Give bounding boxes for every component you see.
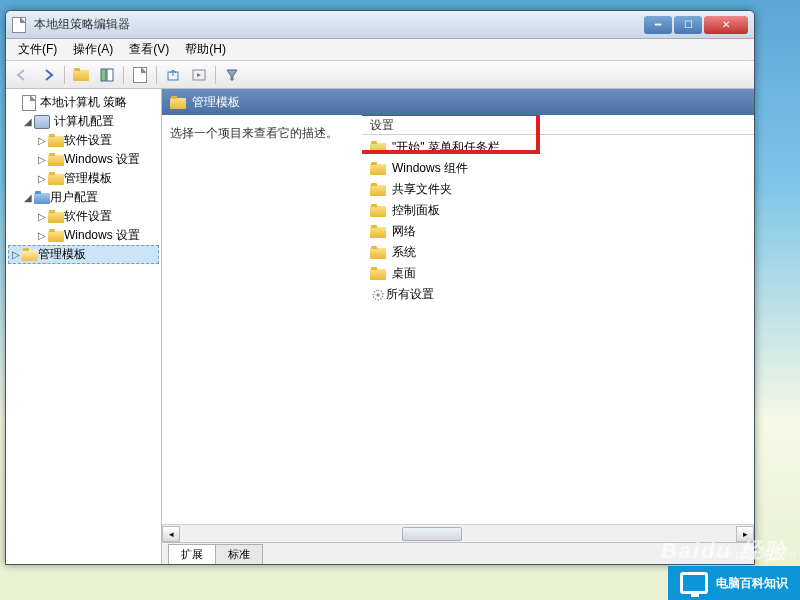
- folder-icon: [48, 210, 64, 223]
- folder-icon: [370, 183, 386, 196]
- folder-icon: [370, 141, 386, 154]
- arrow-left-icon: [15, 68, 29, 82]
- item-label: 系统: [392, 244, 416, 261]
- menu-help[interactable]: 帮助(H): [177, 39, 234, 60]
- item-label: 桌面: [392, 265, 416, 282]
- tree-pane[interactable]: 本地计算机 策略 ◢ 计算机配置 ▷ 软件设置 ▷ Windows 设置 ▷ 管…: [6, 89, 162, 564]
- gpedit-window: 本地组策略编辑器 ━ ☐ ✕ 文件(F) 操作(A) 查看(V) 帮助(H): [5, 10, 755, 565]
- item-label: 网络: [392, 223, 416, 240]
- tree-label: 管理模板: [38, 246, 86, 263]
- description-column: 选择一个项目来查看它的描述。: [162, 115, 362, 524]
- description-prompt: 选择一个项目来查看它的描述。: [170, 125, 354, 142]
- folder-icon: [48, 172, 64, 185]
- minimize-button[interactable]: ━: [644, 16, 672, 34]
- window-title: 本地组策略编辑器: [34, 16, 644, 33]
- separator: [215, 66, 216, 84]
- forward-button[interactable]: [36, 64, 60, 86]
- properties-icon: [133, 67, 147, 83]
- tree-icon: [100, 68, 114, 82]
- close-button[interactable]: ✕: [704, 16, 748, 34]
- expand-icon[interactable]: ▷: [36, 230, 48, 241]
- back-button[interactable]: [10, 64, 34, 86]
- scroll-thumb[interactable]: [402, 527, 462, 541]
- titlebar[interactable]: 本地组策略编辑器 ━ ☐ ✕: [6, 11, 754, 39]
- tree-computer-config[interactable]: ◢ 计算机配置: [8, 112, 159, 131]
- content-header: 管理模板: [162, 89, 754, 115]
- filter-button[interactable]: [220, 64, 244, 86]
- user-icon: [34, 191, 50, 204]
- tab-standard[interactable]: 标准: [215, 544, 263, 564]
- tab-extended[interactable]: 扩展: [168, 544, 216, 564]
- tree-admin-templates-user[interactable]: ▷ 管理模板: [8, 245, 159, 264]
- folder-open-icon: [22, 248, 38, 261]
- tree-software-settings[interactable]: ▷ 软件设置: [8, 131, 159, 150]
- menu-view[interactable]: 查看(V): [121, 39, 177, 60]
- list-item-network[interactable]: 网络: [362, 221, 754, 242]
- folder-icon: [370, 162, 386, 175]
- content-pane: 管理模板 选择一个项目来查看它的描述。 设置 "开始" 菜单和任务栏: [162, 89, 754, 564]
- tree-windows-settings-user[interactable]: ▷ Windows 设置: [8, 226, 159, 245]
- menubar: 文件(F) 操作(A) 查看(V) 帮助(H): [6, 39, 754, 61]
- content-body: 选择一个项目来查看它的描述。 设置 "开始" 菜单和任务栏 Windo: [162, 115, 754, 524]
- tree-label: 本地计算机 策略: [40, 94, 127, 111]
- tree-windows-settings[interactable]: ▷ Windows 设置: [8, 150, 159, 169]
- play-icon: [192, 68, 206, 82]
- expand-icon[interactable]: ▷: [36, 211, 48, 222]
- list-item-control-panel[interactable]: 控制面板: [362, 200, 754, 221]
- tree-label: 软件设置: [64, 132, 112, 149]
- column-header-settings[interactable]: 设置: [362, 115, 754, 135]
- separator: [156, 66, 157, 84]
- arrow-right-icon: [41, 68, 55, 82]
- show-hide-tree-button[interactable]: [95, 64, 119, 86]
- list-item-system[interactable]: 系统: [362, 242, 754, 263]
- collapse-icon[interactable]: ◢: [22, 116, 34, 127]
- folder-icon: [48, 134, 64, 147]
- site-url: www.pc-daily.com: [709, 548, 796, 560]
- scroll-track[interactable]: [180, 526, 736, 542]
- export-button[interactable]: [161, 64, 185, 86]
- folder-icon: [370, 225, 386, 238]
- folder-up-icon: [73, 68, 89, 81]
- scroll-left-button[interactable]: ◂: [162, 526, 180, 542]
- tree-label: Windows 设置: [64, 227, 140, 244]
- item-label: 控制面板: [392, 202, 440, 219]
- window-controls: ━ ☐ ✕: [644, 16, 748, 34]
- properties-button[interactable]: [128, 64, 152, 86]
- svg-rect-1: [107, 69, 113, 81]
- menu-file[interactable]: 文件(F): [10, 39, 65, 60]
- funnel-icon: [225, 68, 239, 82]
- collapse-icon[interactable]: ◢: [22, 192, 34, 203]
- tree-root[interactable]: 本地计算机 策略: [8, 93, 159, 112]
- item-label: "开始" 菜单和任务栏: [392, 139, 500, 156]
- expand-icon[interactable]: ▷: [36, 135, 48, 146]
- expand-icon[interactable]: ▷: [10, 249, 22, 260]
- tree-label: Windows 设置: [64, 151, 140, 168]
- svg-rect-0: [101, 69, 106, 81]
- menu-action[interactable]: 操作(A): [65, 39, 121, 60]
- list-item-all-settings[interactable]: 所有设置: [362, 284, 754, 305]
- computer-icon: [34, 115, 50, 129]
- expand-icon[interactable]: ▷: [36, 154, 48, 165]
- item-label: 共享文件夹: [392, 181, 452, 198]
- settings-list-column: 设置 "开始" 菜单和任务栏 Windows 组件: [362, 115, 754, 524]
- tree-label: 软件设置: [64, 208, 112, 225]
- policy-icon: [22, 95, 36, 111]
- list-item-windows-components[interactable]: Windows 组件: [362, 158, 754, 179]
- separator: [123, 66, 124, 84]
- tree-label: 管理模板: [64, 170, 112, 187]
- list-item-desktop[interactable]: 桌面: [362, 263, 754, 284]
- expand-icon[interactable]: ▷: [36, 173, 48, 184]
- folder-icon: [370, 246, 386, 259]
- body-area: 本地计算机 策略 ◢ 计算机配置 ▷ 软件设置 ▷ Windows 设置 ▷ 管…: [6, 89, 754, 564]
- tree-software-settings-user[interactable]: ▷ 软件设置: [8, 207, 159, 226]
- help-button[interactable]: [187, 64, 211, 86]
- tree-admin-templates-computer[interactable]: ▷ 管理模板: [8, 169, 159, 188]
- list-item-shared-folders[interactable]: 共享文件夹: [362, 179, 754, 200]
- tree-user-config[interactable]: ◢ 用户配置: [8, 188, 159, 207]
- tree-label: 计算机配置: [54, 113, 114, 130]
- list-item-start-menu[interactable]: "开始" 菜单和任务栏: [362, 137, 754, 158]
- maximize-button[interactable]: ☐: [674, 16, 702, 34]
- export-icon: [166, 68, 180, 82]
- up-button[interactable]: [69, 64, 93, 86]
- content-header-title: 管理模板: [192, 94, 240, 111]
